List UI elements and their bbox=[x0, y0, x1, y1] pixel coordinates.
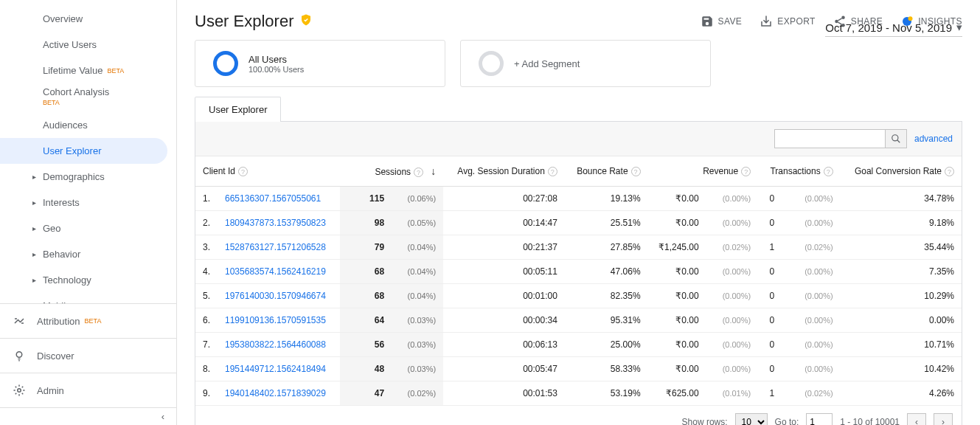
revenue-value: ₹0.00 bbox=[648, 308, 706, 333]
help-icon[interactable]: ? bbox=[945, 167, 954, 176]
sessions-pct: (0.04%) bbox=[392, 235, 443, 260]
nav-admin[interactable]: Admin bbox=[0, 373, 176, 407]
nav-cohort-analysis[interactable]: Cohort Analysis bbox=[0, 83, 176, 99]
search-button[interactable] bbox=[885, 129, 907, 148]
revenue-value: ₹625.00 bbox=[648, 381, 706, 406]
export-button[interactable]: EXPORT bbox=[760, 15, 816, 28]
user-table: Client Id? Sessions?↓ Avg. Session Durat… bbox=[195, 156, 962, 406]
avg-duration: 00:00:34 bbox=[443, 308, 565, 333]
search-input[interactable] bbox=[774, 129, 885, 148]
svg-point-1 bbox=[18, 389, 21, 393]
avg-duration: 00:06:13 bbox=[443, 333, 565, 357]
revenue-pct: (0.00%) bbox=[706, 260, 758, 284]
chevron-right-icon: ▸ bbox=[32, 198, 36, 207]
client-id-link[interactable]: 665136307.1567055061 bbox=[225, 193, 321, 204]
client-id-link[interactable]: 1953803822.1564460088 bbox=[225, 339, 326, 350]
nav-label: Overview bbox=[43, 13, 83, 24]
help-icon[interactable]: ? bbox=[741, 167, 751, 176]
transactions-value: 0 bbox=[758, 187, 782, 211]
avg-duration: 00:21:37 bbox=[443, 235, 565, 260]
collapse-sidebar-button[interactable]: ‹ bbox=[0, 407, 176, 425]
client-id-link[interactable]: 1976140030.1570946674 bbox=[225, 291, 326, 301]
client-id-link[interactable]: 1809437873.1537950823 bbox=[225, 218, 326, 228]
help-icon[interactable]: ? bbox=[631, 167, 641, 176]
nav-label: Audiences bbox=[43, 120, 88, 131]
help-icon[interactable]: ? bbox=[414, 167, 423, 177]
client-id-cell: 1951449712.1562418494 bbox=[218, 357, 340, 381]
goto-page-input[interactable] bbox=[806, 413, 833, 425]
chevron-right-icon: ▸ bbox=[32, 302, 36, 303]
tab-user-explorer[interactable]: User Explorer bbox=[195, 97, 281, 122]
nav-mobile[interactable]: ▸Mobile bbox=[0, 293, 176, 303]
revenue-pct: (0.00%) bbox=[706, 333, 758, 357]
shield-icon bbox=[299, 12, 313, 31]
sessions-pct: (0.03%) bbox=[392, 308, 443, 333]
next-page-button[interactable]: › bbox=[934, 413, 953, 425]
revenue-pct: (0.00%) bbox=[706, 357, 758, 381]
nav-behavior[interactable]: ▸Behavior bbox=[0, 241, 176, 267]
col-sessions[interactable]: Sessions?↓ bbox=[340, 156, 443, 187]
sessions-value: 68 bbox=[340, 284, 392, 308]
date-range-picker[interactable]: Oct 7, 2019 - Nov 5, 2019 ▾ bbox=[825, 21, 962, 37]
rows-per-page-select[interactable]: 10 bbox=[735, 413, 768, 425]
nav-demographics[interactable]: ▸Demographics bbox=[0, 164, 176, 190]
revenue-value: ₹0.00 bbox=[648, 333, 706, 357]
col-client-id[interactable]: Client Id? bbox=[195, 156, 340, 187]
export-label: EXPORT bbox=[777, 16, 816, 27]
save-icon bbox=[701, 15, 714, 28]
avg-duration: 00:14:47 bbox=[443, 211, 565, 235]
goal-conversion: 9.18% bbox=[841, 211, 962, 235]
nav-label: Cohort Analysis bbox=[43, 86, 109, 97]
col-transactions[interactable]: Transactions? bbox=[758, 156, 840, 187]
nav-active-users[interactable]: Active Users bbox=[0, 32, 176, 58]
goal-conversion: 7.35% bbox=[841, 260, 962, 284]
revenue-value: ₹1,245.00 bbox=[648, 235, 706, 260]
client-id-link[interactable]: 1035683574.1562416219 bbox=[225, 266, 326, 277]
revenue-pct: (0.02%) bbox=[706, 235, 758, 260]
nav-interests[interactable]: ▸Interests bbox=[0, 190, 176, 215]
transactions-value: 0 bbox=[758, 357, 782, 381]
advanced-link[interactable]: advanced bbox=[914, 134, 953, 144]
table-row: 6.1199109136.157059153564(0.03%)00:00:34… bbox=[195, 308, 962, 333]
goal-conversion: 34.78% bbox=[841, 187, 962, 211]
nav-label: Active Users bbox=[43, 39, 97, 50]
nav-overview[interactable]: Overview bbox=[0, 6, 176, 32]
client-id-cell: 1976140030.1570946674 bbox=[218, 284, 340, 308]
col-goal-conv[interactable]: Goal Conversion Rate? bbox=[841, 156, 962, 187]
table-row: 3.1528763127.157120652879(0.04%)00:21:37… bbox=[195, 235, 962, 260]
row-index: 8. bbox=[195, 357, 218, 381]
segment-all-users[interactable]: All Users 100.00% Users bbox=[195, 40, 445, 87]
nav-attribution[interactable]: AttributionBETA bbox=[0, 303, 176, 338]
nav-discover[interactable]: Discover bbox=[0, 338, 176, 373]
nav-user-explorer[interactable]: User Explorer bbox=[0, 138, 167, 164]
avg-duration: 00:05:11 bbox=[443, 260, 565, 284]
client-id-link[interactable]: 1199109136.1570591535 bbox=[225, 315, 326, 325]
svg-point-0 bbox=[16, 352, 22, 358]
client-id-link[interactable]: 1951449712.1562418494 bbox=[225, 364, 326, 374]
prev-page-button[interactable]: ‹ bbox=[907, 413, 926, 425]
col-revenue[interactable]: Revenue? bbox=[648, 156, 759, 187]
help-icon[interactable]: ? bbox=[824, 167, 833, 176]
sessions-value: 47 bbox=[340, 381, 392, 406]
sessions-value: 48 bbox=[340, 357, 392, 381]
avg-duration: 00:01:00 bbox=[443, 284, 565, 308]
transactions-value: 0 bbox=[758, 211, 782, 235]
client-id-link[interactable]: 1528763127.1571206528 bbox=[225, 242, 326, 252]
client-id-link[interactable]: 1940148402.1571839029 bbox=[225, 388, 326, 398]
client-id-cell: 1199109136.1570591535 bbox=[218, 308, 340, 333]
sessions-value: 68 bbox=[340, 260, 392, 284]
nav-lifetime-value[interactable]: Lifetime ValueBETA bbox=[0, 58, 176, 83]
help-icon[interactable]: ? bbox=[238, 167, 248, 176]
nav-audiences[interactable]: Audiences bbox=[0, 112, 176, 138]
save-button[interactable]: SAVE bbox=[701, 15, 743, 28]
transactions-pct: (0.00%) bbox=[782, 308, 841, 333]
avg-duration: 00:05:47 bbox=[443, 357, 565, 381]
col-avg-duration[interactable]: Avg. Session Duration? bbox=[443, 156, 565, 187]
col-bounce[interactable]: Bounce Rate? bbox=[565, 156, 648, 187]
add-segment-button[interactable]: + Add Segment bbox=[460, 40, 711, 87]
help-icon[interactable]: ? bbox=[548, 167, 557, 176]
main-content: User Explorer SAVE EXPORT SHARE INSIGHTS… bbox=[177, 0, 980, 425]
nav-geo[interactable]: ▸Geo bbox=[0, 215, 176, 241]
nav-technology[interactable]: ▸Technology bbox=[0, 267, 176, 293]
data-panel: advanced Client Id? Sessions?↓ Avg. Sess… bbox=[195, 121, 962, 425]
